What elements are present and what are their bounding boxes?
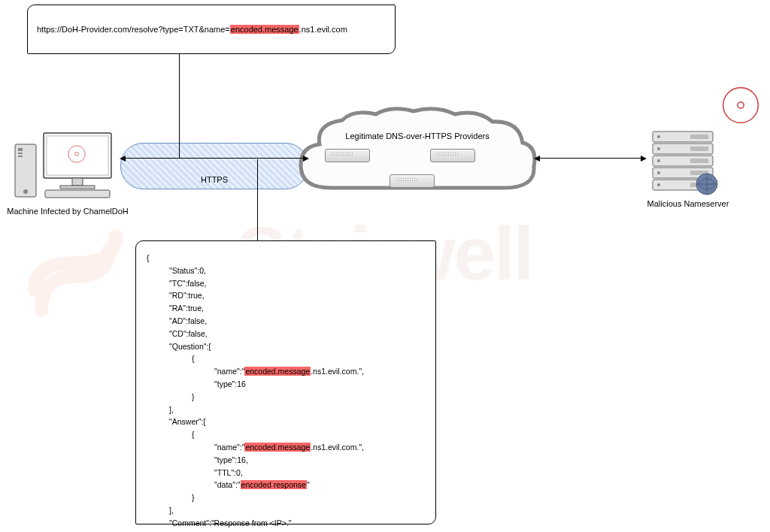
svg-point-17 [657, 135, 660, 138]
svg-point-21 [657, 183, 660, 186]
json-status: "Status":0, [147, 264, 425, 277]
json-ad: "AD":false, [147, 315, 425, 328]
json-a-type: "type":16, [147, 454, 425, 467]
connector-url-to-tunnel [179, 54, 180, 158]
doh-response-json-box: { "Status":0, "TC":false, "RD":true, "RA… [135, 240, 436, 524]
svg-rect-8 [60, 186, 95, 189]
url-encoded-part: encoded.message [230, 25, 299, 34]
router-icon-3 [390, 174, 435, 188]
https-tunnel: HTTPS [120, 143, 308, 189]
svg-point-20 [657, 171, 660, 174]
json-question-key: "Question":[ [147, 340, 425, 353]
json-rd: "RD":true, [147, 289, 425, 302]
url-suffix: .ns1.evil.com [299, 25, 347, 34]
server-label: Malicious Nameserver [632, 199, 744, 208]
watermark-logo-icon [8, 195, 143, 331]
json-a-ttl: "TTL":0, [147, 467, 425, 479]
json-cd: "CD":false, [147, 328, 425, 340]
svg-rect-1 [18, 148, 23, 151]
router-icon-2 [430, 149, 475, 162]
cloud-label: Legitimate DNS-over-HTTPS Providers [316, 131, 519, 141]
url-prefix: https://DoH-Provider.com/resolve?type=TX… [37, 25, 230, 34]
doh-request-url-box: https://DoH-Provider.com/resolve?type=TX… [27, 5, 396, 54]
svg-rect-7 [72, 178, 83, 186]
json-q-type: "type":16 [147, 378, 425, 391]
json-tc: "TC":false, [147, 277, 425, 290]
svg-rect-24 [690, 159, 708, 163]
infected-computer-icon [14, 125, 119, 201]
svg-point-18 [657, 147, 660, 150]
svg-rect-2 [18, 153, 23, 154]
json-answer-key: "Answer":[ [147, 416, 425, 428]
json-ra: "RA":true, [147, 302, 425, 315]
svg-rect-9 [45, 190, 110, 198]
json-comment: "Comment":"Response from <IP>." [147, 517, 425, 530]
connector-tunnel-to-json [257, 159, 258, 240]
svg-rect-23 [690, 147, 708, 151]
router-icon-1 [325, 149, 370, 162]
svg-rect-0 [15, 144, 36, 197]
https-label: HTTPS [201, 175, 228, 184]
malicious-server-icon [645, 128, 720, 195]
svg-point-4 [23, 189, 28, 194]
svg-point-19 [657, 159, 660, 162]
arrow-computer-to-cloud [124, 158, 305, 159]
biohazard-icon [722, 86, 759, 124]
arrow-cloud-to-server [538, 158, 642, 159]
json-a-data-encoded: encoded response [241, 480, 307, 489]
infected-computer-label: Machine Infected by ChamelDoH [0, 207, 135, 216]
json-a-name-encoded: encoded.message [244, 443, 311, 452]
svg-rect-3 [18, 156, 23, 157]
svg-rect-22 [690, 135, 708, 139]
json-q-name-encoded: encoded.message [244, 367, 311, 376]
